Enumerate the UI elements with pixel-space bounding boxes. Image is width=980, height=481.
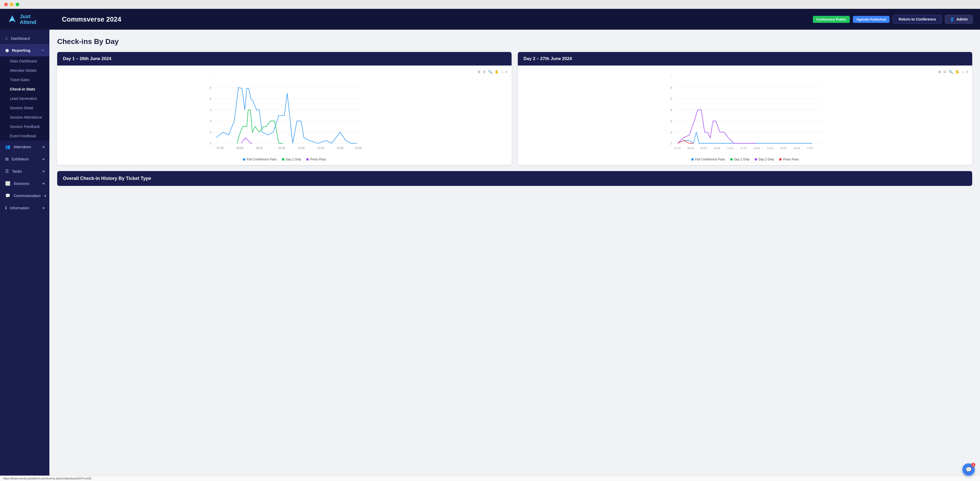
sidebar-item-communication[interactable]: 💬 Communication ◀ [0,190,49,202]
legend-full-conference: Full Conference Pass [243,158,277,161]
svg-text:4: 4 [210,108,212,111]
svg-text:12:00: 12:00 [741,147,747,150]
svg-text:16:00: 16:00 [793,147,800,150]
header-badges: Conference Public Agenda Published Retur… [813,15,973,24]
chat-bubble[interactable]: 💬 1 [963,463,975,476]
pan-icon-2[interactable]: ✋ [955,70,959,74]
sidebar-sub-session-attendance[interactable]: Session Attendance [0,113,49,122]
sidebar-item-attendees[interactable]: 👥 Attendees ◀ [0,141,49,153]
magnify-icon[interactable]: 🔍 [488,70,492,74]
svg-text:17:00: 17:00 [807,147,813,150]
url-bar: https://beta.events.justattend.com/event… [0,476,980,481]
svg-text:2: 2 [210,131,212,134]
chart2-legend: Full Conference Pass Day 1 Only Day 2 On… [522,156,968,162]
sidebar-item-information[interactable]: ℹ Information ◀ [0,202,49,214]
attendees-icon: 👥 [5,144,10,149]
sidebar-sub-event-feedback[interactable]: Event Feedback [0,131,49,141]
sidebar-item-sessions[interactable]: ⬜ Sessions ◀ [0,177,49,190]
zoom-out-icon[interactable]: ⊖ [483,70,486,74]
home-reset-icon-2[interactable]: ⌂ [961,70,964,74]
return-to-conference-button[interactable]: Return to Conference [892,15,942,24]
tasks-icon: ☰ [5,169,9,174]
legend2-dot-green [730,158,733,161]
chart2-controls: ⊕ ⊖ 🔍 ✋ ⌂ ≡ [522,70,968,74]
menu-icon[interactable]: ≡ [505,70,508,74]
svg-text:6: 6 [210,86,212,89]
maximize-dot[interactable] [16,3,19,6]
page-title: Check-ins By Day [57,37,972,46]
zoom-in-icon[interactable]: ⊕ [477,70,480,74]
zoom-in-icon-2[interactable]: ⊕ [938,70,941,74]
chevron-right-icon: ◀ [42,145,44,148]
chevron-right-icon-6: ◀ [42,206,44,210]
sidebar-item-exhibitors[interactable]: ⊞ Exhibitors ◀ [0,153,49,165]
svg-text:7: 7 [210,76,212,78]
chevron-right-icon-4: ◀ [42,182,44,185]
minimize-dot[interactable] [10,3,14,6]
legend-dot-blue [243,158,245,161]
chart1-svg: 1 2 3 4 5 6 7 07:00 08:00 09:00 10:00 [61,76,508,154]
sidebar-sub-attendee-details[interactable]: Attendee Details [0,66,49,75]
svg-text:07:00: 07:00 [675,147,681,150]
chevron-down-icon: ▼ [41,49,44,52]
chart1-body: ⊕ ⊖ 🔍 ✋ ⌂ ≡ [57,65,512,165]
sidebar-sub-session-feedback[interactable]: Session Feedback [0,122,49,131]
chevron-right-icon-5: ◀ [44,194,46,197]
zoom-out-icon-2[interactable]: ⊖ [943,70,947,74]
home-icon: ⌂ [5,36,8,41]
chart-day2: Day 2 – 27th June 2024 ⊕ ⊖ 🔍 ✋ ⌂ ≡ [518,52,972,165]
legend2-dot-purple [755,158,757,161]
chart1-controls: ⊕ ⊖ 🔍 ✋ ⌂ ≡ [61,70,508,74]
svg-text:1: 1 [210,142,212,145]
overall-checkin-card: Overall Check-in History By Ticket Type [57,171,972,186]
pan-icon[interactable]: ✋ [495,70,499,74]
home-reset-icon[interactable]: ⌂ [501,70,503,74]
svg-text:14:00: 14:00 [767,147,773,150]
svg-text:2: 2 [670,131,672,134]
sidebar-item-reporting[interactable]: ◉ Reporting ▼ [0,44,49,56]
chevron-right-icon-2: ◀ [42,157,44,161]
svg-text:4: 4 [670,108,672,111]
svg-text:13:00: 13:00 [754,147,760,150]
information-icon: ℹ [5,205,7,210]
sidebar-sub-ticket-sales[interactable]: Ticket Sales [0,75,49,84]
legend-day1-only: Day 1 Only [282,158,301,161]
svg-text:09:00: 09:00 [700,147,707,150]
svg-text:08:00: 08:00 [687,147,694,150]
svg-text:5: 5 [670,97,672,100]
charts-row: Day 1 – 26th June 2024 ⊕ ⊖ 🔍 ✋ ⌂ ≡ [57,52,972,165]
exhibitors-icon: ⊞ [5,156,9,161]
legend2-dot-red [779,158,782,161]
legend-dot-purple [306,158,309,161]
magnify-icon-2[interactable]: 🔍 [948,70,953,74]
sidebar-item-dashboard[interactable]: ⌂ Dashboard [0,32,49,44]
chart1-legend: Full Conference Pass Day 1 Only Press Pa… [61,156,508,162]
sidebar-sub-lead-generation[interactable]: Lead Generation [0,94,49,103]
close-dot[interactable] [4,3,8,6]
logo-text: Just Attend [20,14,36,25]
svg-text:10:00: 10:00 [714,147,720,150]
overall-checkin-title: Overall Check-in History By Ticket Type [63,176,151,181]
sidebar-item-tasks[interactable]: ☰ Tasks ◀ [0,165,49,177]
chart2-body: ⊕ ⊖ 🔍 ✋ ⌂ ≡ [518,65,972,165]
app-layout: ⌂ Dashboard ◉ Reporting ▼ Stats Dashboar… [0,30,980,476]
logo-icon [7,14,17,24]
svg-text:13:00: 13:00 [337,147,344,150]
svg-text:7: 7 [670,76,672,78]
header-title: Commsverse 2024 [62,15,808,23]
svg-text:3: 3 [210,119,212,123]
chart1-svg-wrap: 1 2 3 4 5 6 7 07:00 08:00 09:00 10:00 [61,76,508,156]
svg-text:1: 1 [670,142,672,145]
admin-button[interactable]: 👤 Admin [945,15,973,24]
svg-text:14:00: 14:00 [355,147,362,150]
reporting-icon: ◉ [5,48,9,53]
window-chrome [0,0,980,9]
sidebar-sub-session-detail[interactable]: Session Detail [0,103,49,113]
svg-text:10:00: 10:00 [278,147,285,150]
sidebar-sub-stats-dashboard[interactable]: Stats Dashboard [0,56,49,66]
sidebar-sub-checkin-stats[interactable]: Check-in Stats [0,84,49,94]
header: Just Attend Commsverse 2024 Conference P… [0,9,980,30]
menu-icon-2[interactable]: ≡ [966,70,968,74]
svg-text:09:00: 09:00 [256,147,263,150]
svg-text:11:00: 11:00 [298,147,305,150]
